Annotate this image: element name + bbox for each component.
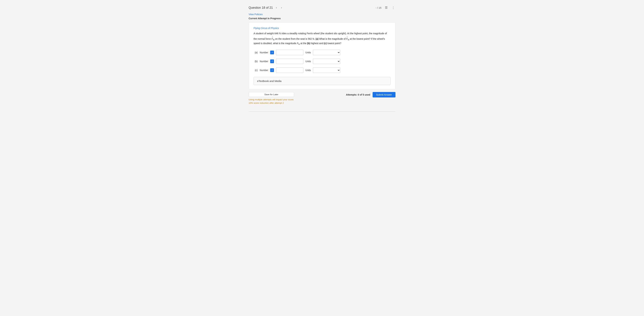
view-policies-link[interactable]: View Policies — [249, 13, 263, 16]
header-left: Question 18 of 21 ‹ › — [249, 5, 283, 10]
bottom-right: Attempts: 0 of 5 used Submit Answer — [346, 92, 396, 97]
attempt-warning: Using multiple attempts will impact your… — [249, 98, 294, 105]
bottom-left: Save for Later Using multiple attempts w… — [249, 92, 294, 105]
warning-line-1: Using multiple attempts will impact your… — [249, 98, 294, 101]
question-card: Flying Circus of Physics A student of we… — [249, 22, 396, 89]
next-question-button[interactable]: › — [280, 5, 283, 10]
part-c-label: (c) — [254, 69, 258, 72]
attempt-status-label: Current Attempt in Progress — [249, 17, 396, 20]
part-a-info-button[interactable]: i — [270, 51, 274, 54]
part-c-number-input[interactable] — [276, 67, 303, 73]
etextbook-title: eTextbook and Media — [257, 80, 282, 82]
part-c-units-select[interactable]: N kN — [313, 67, 340, 73]
attempts-used-label: Attempts: 0 of 5 used — [346, 93, 370, 96]
part-b-units-select[interactable]: N kN — [313, 59, 340, 64]
part-a-type-label: Number — [260, 51, 268, 54]
question-title: Question 18 of 21 — [249, 6, 273, 9]
part-b-info-button[interactable]: i — [270, 59, 274, 63]
part-a-label: (a) — [254, 51, 258, 54]
answer-row-b: (b) Number i Units N kN — [254, 59, 390, 64]
answer-row-c: (c) Number i Units N kN — [254, 67, 390, 73]
part-a-units-select[interactable]: N kN — [313, 50, 340, 55]
header-right: - / 15 ☰ ⋮ — [376, 5, 395, 10]
source-title[interactable]: Flying Circus of Physics — [254, 27, 390, 29]
header-bar: Question 18 of 21 ‹ › - / 15 ☰ ⋮ — [249, 3, 396, 13]
bottom-divider — [249, 111, 396, 112]
more-options-button[interactable]: ⋮ — [391, 5, 396, 10]
part-b-type-label: Number — [260, 60, 268, 63]
bottom-bar: Save for Later Using multiple attempts w… — [249, 92, 396, 105]
part-c-units-label: Units — [305, 69, 311, 72]
save-for-later-button[interactable]: Save for Later — [249, 92, 294, 97]
submit-answer-button[interactable]: Submit Answer — [372, 92, 395, 97]
score-display: - / 15 — [376, 6, 381, 9]
warning-line-2: 10% score reduction after attempt 2 — [249, 101, 294, 105]
part-b-units-label: Units — [305, 60, 311, 63]
part-a-number-input[interactable] — [276, 50, 303, 55]
part-c-type-label: Number — [260, 69, 268, 72]
etextbook-section: eTextbook and Media — [254, 77, 390, 85]
part-a-units-label: Units — [305, 51, 311, 54]
part-b-number-input[interactable] — [276, 59, 303, 64]
prev-question-button[interactable]: ‹ — [275, 5, 278, 10]
list-icon-button[interactable]: ☰ — [384, 5, 388, 10]
answer-row-a: (a) Number i Units N kN — [254, 50, 390, 55]
part-c-info-button[interactable]: i — [270, 68, 274, 72]
question-text: A student of weight 646 N rides a steadi… — [254, 31, 390, 46]
part-b-label: (b) — [254, 60, 258, 63]
